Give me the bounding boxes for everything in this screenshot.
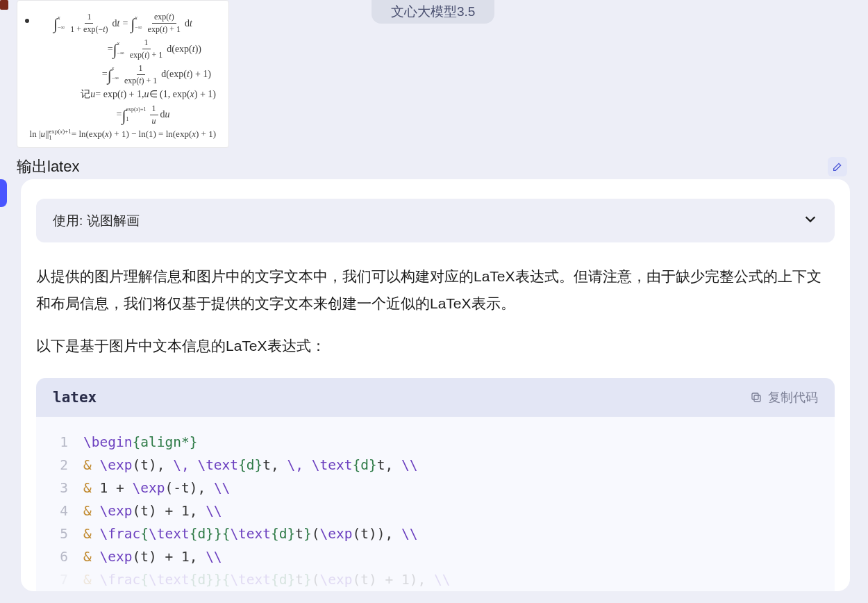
code-line: 7& \frac{\text{d}}{\text{d}t}(\exp(t) + … — [49, 568, 822, 591]
code-content: & \frac{\text{d}}{\text{d}t}(\exp(t)), \… — [83, 526, 417, 542]
line-number: 6 — [49, 549, 68, 565]
code-body[interactable]: 1\begin{align*}2& \exp(t), \, \text{d}t,… — [36, 417, 835, 591]
svg-rect-0 — [754, 395, 760, 402]
line-number: 7 — [49, 572, 68, 588]
copy-code-button[interactable]: 复制代码 — [750, 389, 818, 406]
edit-prompt-button[interactable] — [828, 157, 847, 176]
code-line: 1\begin{align*} — [49, 431, 822, 454]
tool-accordion[interactable]: 使用: 说图解画 — [36, 199, 835, 242]
code-line: 5& \frac{\text{d}}{\text{d}t}(\exp(t)), … — [49, 522, 822, 545]
assistant-message: 使用: 说图解画 从提供的图片理解信息和图片中的文字文本中，我们可以构建对应的L… — [21, 179, 850, 591]
copy-code-label: 复制代码 — [768, 389, 818, 406]
pencil-icon — [832, 161, 843, 172]
assistant-body: 从提供的图片理解信息和图片中的文字文本中，我们可以构建对应的LaTeX表达式。但… — [36, 263, 835, 360]
code-line: 4& \exp(t) + 1, \\ — [49, 499, 822, 522]
code-language-label: latex — [53, 389, 97, 406]
chevron-down-icon — [803, 211, 818, 230]
code-content: & \exp(t) + 1, \\ — [83, 503, 222, 519]
code-content: & 1 + \exp(-t), \\ — [83, 480, 230, 496]
assistant-paragraph: 从提供的图片理解信息和图片中的文字文本中，我们可以构建对应的LaTeX表达式。但… — [36, 263, 835, 317]
line-number: 2 — [49, 457, 68, 473]
svg-rect-1 — [752, 393, 758, 399]
attached-image-math[interactable]: ∫x−∞ 11 + exp(−t) dt = ∫x−∞ exp(t)exp(t)… — [17, 0, 229, 148]
assistant-indicator — [0, 179, 7, 207]
code-line: 3& 1 + \exp(-t), \\ — [49, 477, 822, 499]
user-avatar — [0, 0, 8, 10]
user-prompt-text: 输出latex — [17, 156, 79, 177]
code-content: & \exp(t), \, \text{d}t, \, \text{d}t, \… — [83, 457, 417, 473]
user-message: ∫x−∞ 11 + exp(−t) dt = ∫x−∞ exp(t)exp(t)… — [17, 0, 850, 177]
assistant-paragraph: 以下是基于图片中文本信息的LaTeX表达式： — [36, 333, 835, 360]
copy-icon — [750, 391, 762, 404]
line-number: 5 — [49, 526, 68, 542]
line-number: 1 — [49, 434, 68, 450]
accordion-label: 使用: 说图解画 — [53, 212, 140, 230]
line-number: 4 — [49, 503, 68, 519]
code-content: \begin{align*} — [83, 434, 197, 450]
code-block: latex 复制代码 1\begin{align*}2& \exp(t), \,… — [36, 378, 835, 591]
code-line: 2& \exp(t), \, \text{d}t, \, \text{d}t, … — [49, 454, 822, 477]
code-line: 6& \exp(t) + 1, \\ — [49, 545, 822, 568]
code-content: & \frac{\text{d}}{\text{d}t}(\exp(t) + 1… — [83, 572, 450, 588]
code-content: & \exp(t) + 1, \\ — [83, 549, 222, 565]
line-number: 3 — [49, 480, 68, 496]
bullet-icon — [25, 19, 29, 23]
